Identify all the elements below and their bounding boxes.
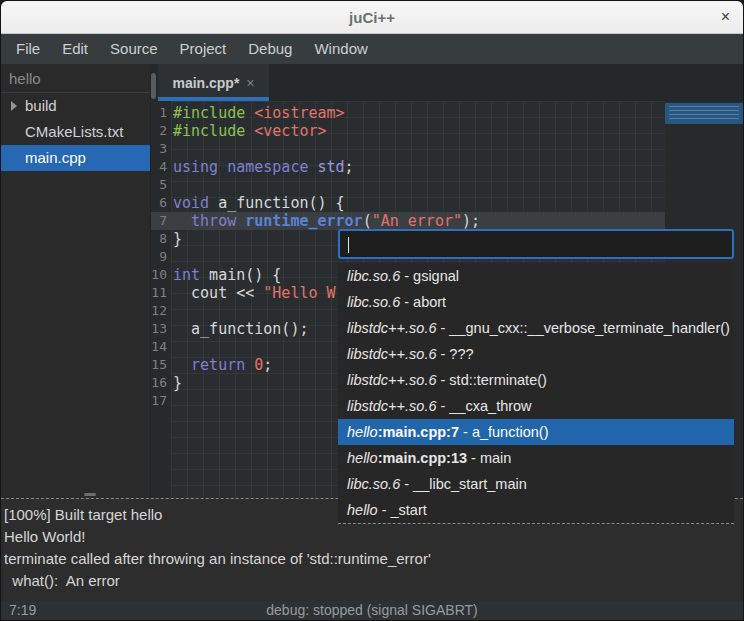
backtrace-item[interactable]: libc.so.6 - abort [338,289,734,315]
code-text [170,302,173,320]
sidebar-item-label: CMakeLists.txt [25,123,123,140]
code-line-6[interactable]: 6void a_function() { [151,194,665,212]
menu-item-source[interactable]: Source [99,34,169,64]
tab-close-icon[interactable]: × [246,75,254,91]
token: <vector> [254,122,326,140]
sidebar-scrollbar-thumb[interactable] [151,73,156,99]
line-number: 16 [151,374,170,392]
code-line-3[interactable]: 3 [151,140,665,158]
sidebar-item-build[interactable]: build [1,93,150,119]
sidebar-item-main-cpp[interactable]: main.cpp [1,145,150,171]
file-tree: buildCMakeLists.txtmain.cpp [1,93,150,171]
frame-function: - _start [378,502,427,518]
token: a_function(); [173,320,308,338]
backtrace-popup: libc.so.6 - gsignallibc.so.6 - abortlibs… [338,229,734,524]
backtrace-item[interactable]: hello - _start [338,497,734,523]
menu-item-file[interactable]: File [5,34,51,64]
code-line-2[interactable]: 2#include <vector> [151,122,665,140]
code-text: using namespace std; [170,158,354,176]
line-number: 14 [151,338,170,356]
menu-item-edit[interactable]: Edit [51,34,99,64]
debug-status: debug: stopped (signal SIGABRT) [1,602,743,618]
menu-bar: FileEditSourceProjectDebugWindow [1,34,743,64]
token: a_function() { [209,194,344,212]
line-number: 13 [151,320,170,338]
code-text [170,248,173,266]
frame-library: libc.so.6 [347,476,400,492]
token: #include [173,104,254,122]
token [173,212,191,230]
menu-item-debug[interactable]: Debug [237,34,303,64]
token: } [173,374,182,392]
token: ); [462,212,480,230]
token [236,212,245,230]
code-text: } [170,230,182,248]
backtrace-item[interactable]: hello:main.cpp:13 - main [338,445,734,471]
code-text [170,338,173,356]
backtrace-item[interactable]: libstdc++.so.6 - ??? [338,341,734,367]
menu-item-window[interactable]: Window [303,34,378,64]
expand-arrow-icon[interactable] [11,101,17,111]
debug-info-overlay-text-lines [669,106,739,121]
frame-location: :main.cpp:7 [378,424,459,440]
backtrace-item[interactable]: libstdc++.so.6 - __gnu_cxx::__verbose_te… [338,315,734,341]
token [245,356,254,374]
backtrace-list: libc.so.6 - gsignallibc.so.6 - abortlibs… [338,263,734,524]
sidebar-item-cmakelists-txt[interactable]: CMakeLists.txt [1,119,150,145]
line-number: 4 [151,158,170,176]
token: ( [363,212,372,230]
frame-function: - main [467,450,511,466]
frame-function: - a_function() [459,424,548,440]
backtrace-item[interactable]: libstdc++.so.6 - __cxa_throw [338,393,734,419]
code-line-5[interactable]: 5 [151,176,665,194]
line-number: 6 [151,194,170,212]
code-line-1[interactable]: 1#include <iostream> [151,104,665,122]
token: cout << [173,284,263,302]
token: } [173,230,182,248]
backtrace-item[interactable]: libc.so.6 - gsignal [338,263,734,289]
frame-function: - __gnu_cxx::__verbose_terminate_handler… [436,320,729,336]
frame-library: libc.so.6 [347,294,400,310]
backtrace-item[interactable]: libstdc++.so.6 - std::terminate() [338,367,734,393]
token: using namespace [173,158,318,176]
code-text: #include <vector> [170,122,327,140]
window-close-button[interactable]: × [721,7,730,27]
app-window: juCi++ × FileEditSourceProjectDebugWindo… [0,0,744,621]
frame-library: libstdc++.so.6 [347,372,436,388]
tab-bar: main.cpp* × [151,64,744,101]
frame-library: hello [347,424,378,440]
line-number: 1 [151,104,170,122]
code-text [170,392,173,410]
code-text: throw runtime_error("An error"); [170,212,480,230]
line-number: 10 [151,266,170,284]
backtrace-item[interactable]: hello:main.cpp:7 - a_function() [338,419,734,445]
code-text [170,140,173,158]
token: "Hello W [263,284,335,302]
token [173,356,191,374]
title-bar: juCi++ × [1,1,743,34]
token: ; [263,356,272,374]
tab-label: main.cpp* [172,75,239,91]
backtrace-filter-input[interactable] [338,229,734,259]
text-cursor [348,237,349,253]
debug-info-overlay [665,103,744,124]
token: main() { [200,266,281,284]
menu-item-project[interactable]: Project [169,34,238,64]
code-text [170,176,173,194]
frame-library: hello [347,502,378,518]
token: std [318,158,345,176]
frame-function: - gsignal [400,268,459,284]
line-number: 12 [151,302,170,320]
code-line-7[interactable]: 7 throw runtime_error("An error"); [151,212,665,230]
code-line-4[interactable]: 4using namespace std; [151,158,665,176]
pane-resize-handle[interactable] [84,493,96,496]
line-number: 2 [151,122,170,140]
code-text: int main() { [170,266,281,284]
frame-library: hello [347,450,378,466]
tab-main-cpp[interactable]: main.cpp* × [158,64,269,101]
sidebar-item-label: build [25,97,57,114]
token: 0 [254,356,263,374]
token: return [191,356,245,374]
token: <iostream> [254,104,344,122]
backtrace-item[interactable]: libc.so.6 - __libc_start_main [338,471,734,497]
